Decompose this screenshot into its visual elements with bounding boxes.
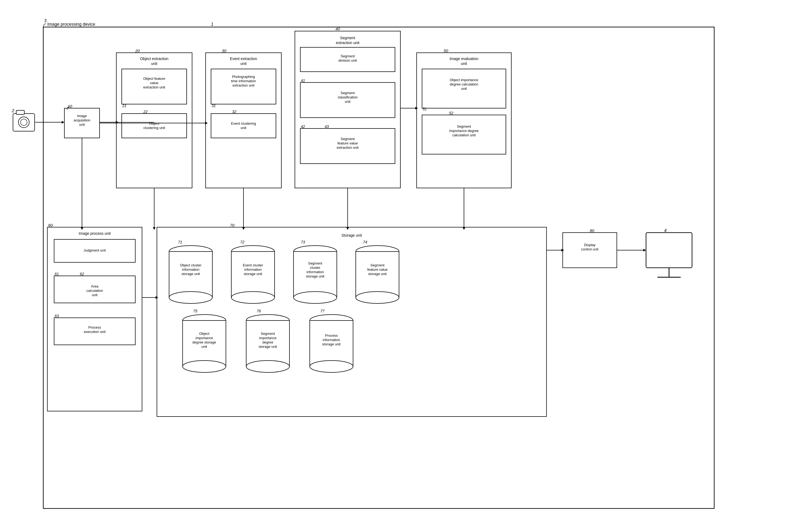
svg-text:degree calculation: degree calculation — [450, 82, 478, 86]
svg-text:unit: unit — [151, 61, 157, 66]
svg-text:storage unit: storage unit — [182, 272, 200, 276]
ref-50: 50 — [444, 49, 448, 53]
svg-point-96 — [183, 361, 226, 373]
svg-text:storage unit: storage unit — [259, 345, 277, 349]
cy75-label: Object — [199, 331, 209, 336]
image-acquisition-label: Image — [77, 114, 87, 118]
ref-4: 4 — [664, 228, 667, 233]
svg-text:storage unit: storage unit — [322, 342, 341, 346]
svg-text:Photographing: Photographing — [232, 75, 255, 79]
svg-text:storage unit: storage unit — [244, 272, 262, 276]
ref-43: 43 — [325, 125, 329, 129]
ref-60: 60 — [48, 223, 53, 227]
svg-text:unit: unit — [461, 87, 467, 91]
svg-text:information: information — [182, 267, 200, 271]
cy71-label: Object cluster — [180, 263, 202, 267]
svg-text:Segment: Segment — [341, 91, 355, 95]
svg-text:feature value: feature value — [337, 141, 358, 145]
svg-point-74 — [231, 291, 275, 303]
svg-text:control unit: control unit — [581, 247, 598, 251]
ref-40: 40 — [336, 26, 340, 31]
svg-text:acquisition: acquisition — [74, 118, 90, 122]
svg-point-112 — [310, 361, 353, 373]
ref-10: 10 — [68, 104, 72, 109]
svg-text:degree: degree — [262, 340, 273, 344]
cy72-label: Event cluster — [243, 263, 263, 267]
svg-point-81 — [294, 291, 337, 303]
svg-text:extraction unit: extraction unit — [336, 41, 359, 45]
svg-rect-119 — [646, 233, 692, 268]
svg-text:importance: importance — [195, 336, 213, 340]
diagram-svg: Image processing device 1 3 2 Image acqu… — [0, 0, 807, 532]
ref-22: 22 — [143, 110, 148, 114]
svg-text:time information: time information — [231, 79, 256, 83]
svg-text:Object importance: Object importance — [450, 78, 478, 82]
image-process-label: Image process unit — [79, 231, 111, 235]
svg-text:value: value — [150, 81, 158, 85]
svg-point-67 — [169, 291, 212, 303]
ref-31: 31 — [211, 103, 216, 108]
svg-text:information: information — [306, 270, 324, 274]
svg-text:Process: Process — [89, 325, 101, 329]
svg-text:unit: unit — [79, 122, 85, 127]
ref-2: 2 — [12, 109, 14, 113]
event-extraction-label: Event extraction — [230, 57, 257, 61]
svg-text:importance degree: importance degree — [449, 129, 478, 133]
svg-text:extraction unit: extraction unit — [233, 83, 255, 87]
ref-72: 72 — [240, 240, 245, 244]
ref-1: 1 — [211, 22, 213, 26]
segment-extraction-label: Segment — [340, 36, 355, 40]
object-extraction-label: Object extraction — [140, 57, 168, 61]
svg-text:unit: unit — [202, 345, 207, 349]
svg-text:Object feature: Object feature — [143, 77, 165, 81]
ref-62: 62 — [80, 272, 84, 276]
device-label: Image processing device — [48, 22, 95, 26]
svg-point-89 — [356, 291, 399, 303]
ref-74: 74 — [363, 240, 368, 244]
ref-3: 3 — [44, 18, 46, 23]
ref-80: 80 — [590, 228, 594, 233]
ref-71: 71 — [178, 240, 182, 244]
svg-text:clustering unit: clustering unit — [144, 126, 165, 130]
ref-76: 76 — [257, 309, 261, 313]
ref-75: 75 — [193, 309, 198, 313]
svg-text:classification: classification — [338, 95, 358, 99]
ref-30: 30 — [222, 49, 226, 53]
svg-text:execution unit: execution unit — [84, 330, 106, 334]
svg-text:importance: importance — [259, 336, 277, 340]
ref-20: 20 — [135, 49, 140, 53]
svg-text:Event clustering: Event clustering — [231, 121, 256, 126]
svg-text:unit: unit — [241, 61, 247, 66]
ref-41: 41 — [301, 78, 305, 83]
svg-text:unit: unit — [241, 126, 246, 130]
svg-text:extraction unit: extraction unit — [337, 146, 359, 150]
svg-text:division unit: division unit — [338, 58, 357, 62]
ref-51: 51 — [423, 107, 427, 111]
svg-text:calculation unit: calculation unit — [452, 133, 475, 137]
svg-text:information: information — [323, 338, 340, 342]
display-control-label: Display — [584, 243, 596, 247]
image-evaluation-label: Image evaluation — [450, 57, 478, 61]
svg-text:storage unit: storage unit — [368, 272, 387, 276]
svg-text:extraction unit: extraction unit — [144, 85, 165, 89]
svg-text:calculation: calculation — [86, 289, 103, 293]
svg-text:cluster: cluster — [310, 266, 321, 270]
ref-32: 32 — [232, 110, 237, 114]
ref-63: 63 — [55, 314, 59, 318]
svg-text:Judgment unit: Judgment unit — [83, 248, 106, 252]
svg-text:information: information — [244, 267, 262, 271]
cy74-label: Segment — [370, 263, 384, 267]
cy77-label: Process — [325, 334, 338, 338]
svg-text:feature value: feature value — [367, 267, 388, 271]
svg-text:unit: unit — [345, 99, 351, 103]
svg-text:Segment: Segment — [341, 54, 355, 58]
svg-text:degree storage: degree storage — [192, 340, 216, 344]
ref-61: 61 — [55, 272, 59, 276]
ref-21: 21 — [122, 103, 127, 108]
svg-text:Area: Area — [91, 284, 98, 288]
ref-70: 70 — [230, 223, 234, 227]
svg-point-104 — [246, 361, 289, 373]
svg-text:unit: unit — [92, 293, 98, 297]
cy73-label: Segment — [308, 261, 322, 265]
svg-rect-3 — [16, 110, 24, 114]
